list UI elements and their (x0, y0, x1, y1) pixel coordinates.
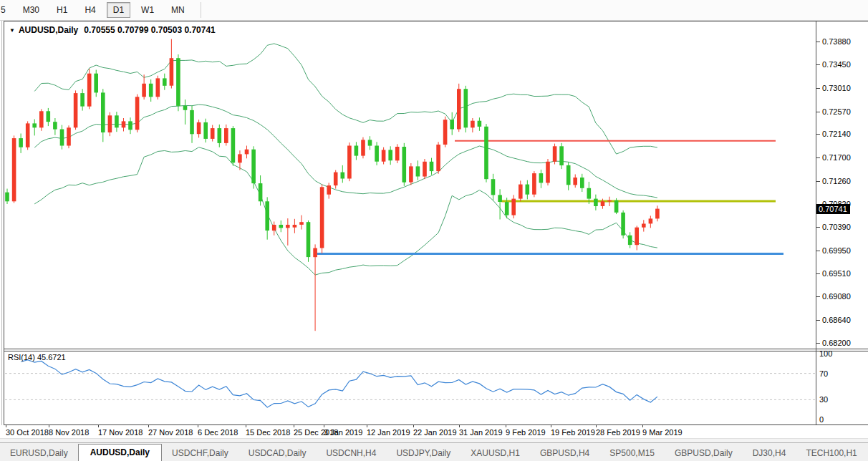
tab-usdchf-daily[interactable]: USDCHF,Daily (162, 445, 238, 461)
tab-tech100-h1[interactable]: TECH100,H1 (796, 445, 867, 461)
candle (197, 120, 201, 137)
price-chart-plot[interactable] (5, 21, 816, 349)
date-tick-label: 15 Dec 2018 (246, 428, 290, 437)
price-tick-label: 0.71260 (822, 177, 851, 185)
candle (559, 143, 564, 169)
candle (546, 159, 550, 185)
chart-dropdown-icon[interactable]: ▼ (9, 27, 15, 34)
current-price-badge: 0.70741 (816, 204, 850, 214)
candle (655, 205, 660, 221)
candle (519, 180, 523, 201)
candle (26, 121, 30, 150)
candle (19, 134, 23, 153)
tab-usdcad-daily[interactable]: USDCAD,Daily (238, 445, 317, 461)
timeframe-button-h1[interactable]: H1 (50, 2, 74, 18)
date-tick-label: 3 Jan 2019 (324, 428, 362, 437)
candle (135, 94, 140, 132)
date-tick-mark (294, 425, 294, 427)
price-tick-label: 0.69510 (822, 269, 851, 278)
candle (388, 146, 392, 165)
date-tick-label: 17 Nov 2018 (98, 428, 143, 437)
timeframe-button-h4[interactable]: H4 (78, 2, 102, 18)
rsi-tick-label: 0 (819, 415, 824, 424)
candle (5, 189, 9, 204)
timeframe-button-mn[interactable]: MN (165, 2, 191, 18)
date-tick-mark (367, 425, 367, 427)
candle (176, 54, 180, 111)
candle (218, 125, 222, 147)
candle (539, 170, 544, 188)
timeframe-button-m30[interactable]: M30 (16, 2, 46, 18)
timeframe-button-5[interactable]: 5 (0, 2, 12, 18)
rsi-tick-label: 30 (819, 395, 828, 404)
candle (341, 165, 345, 183)
candle (265, 197, 269, 239)
tab-audusd-daily[interactable]: AUDUSD,Daily (78, 444, 162, 461)
chart-frame-left (4, 21, 4, 425)
candle (642, 220, 646, 231)
date-tick-label: 6 Dec 2018 (198, 428, 238, 437)
tab-sp500-m15[interactable]: SP500,M15 (599, 445, 665, 461)
tab-gbpusd-h4[interactable]: GBPUSD,H4 (530, 445, 599, 461)
date-tick-mark (246, 425, 246, 427)
date-tick-mark (506, 425, 506, 427)
rsi-tick-label: 100 (819, 349, 832, 358)
tab-xauusd-h1[interactable]: XAUUSD,H1 (460, 445, 530, 461)
candle (272, 222, 276, 236)
candle (320, 185, 324, 253)
candle (299, 215, 304, 230)
candle (553, 144, 557, 165)
date-tick-label: 8 Nov 2018 (49, 428, 89, 437)
toolbar-separator (201, 2, 201, 18)
candle (142, 74, 146, 100)
candle (327, 183, 331, 198)
rsi-chart-plot[interactable] (5, 351, 816, 424)
chart-title: ▼AUDUSD,Daily0.70555 0.70799 0.70503 0.7… (9, 25, 216, 35)
candle (621, 210, 625, 238)
tab-usdjpy-daily[interactable]: USDJPY,Daily (386, 445, 460, 461)
timeframe-button-d1[interactable]: D1 (107, 2, 130, 18)
candle (39, 109, 44, 130)
timeframe-toolbar: 5M30H1H4D1W1MN (0, 0, 868, 20)
tab-dj30-h4[interactable]: DJ30,H4 (743, 445, 796, 461)
date-tick-mark (413, 425, 414, 427)
candle (532, 171, 536, 197)
candle (436, 142, 440, 174)
candle (128, 117, 132, 134)
candle (251, 146, 256, 188)
date-tick-mark (98, 425, 99, 427)
price-tick-mark (816, 88, 820, 89)
bollinger-upper-band (34, 44, 657, 154)
symbol-tab-bar: EURUSD,DailyAUDUSD,DailyUSDCHF,DailyUSDC… (0, 442, 868, 461)
tab-eurusd-daily[interactable]: EURUSD,Daily (0, 445, 78, 461)
candle (395, 144, 400, 163)
timeframe-button-w1[interactable]: W1 (135, 2, 160, 18)
candle (628, 232, 632, 248)
date-tick-mark (596, 425, 597, 427)
date-tick-mark (6, 425, 6, 427)
candle (375, 142, 379, 165)
candle (526, 180, 530, 200)
rsi-tick-label: 70 (819, 369, 828, 378)
candle (47, 108, 51, 126)
candle (368, 136, 372, 150)
date-tick-label: 30 Oct 2018 (6, 428, 49, 437)
price-tick-mark (816, 181, 820, 182)
chart-ohlc-values: 0.70555 0.70799 0.70503 0.70741 (84, 25, 216, 35)
candle (170, 39, 174, 89)
price-tick-label: 0.70390 (822, 223, 851, 231)
date-tick-mark (642, 425, 643, 427)
candle (203, 119, 208, 142)
candle (382, 147, 386, 165)
candle (443, 117, 448, 147)
tab-usdcnh-h4[interactable]: USDCNH,H4 (316, 445, 386, 461)
candle (347, 142, 352, 181)
candle (211, 125, 215, 142)
price-tick-mark (816, 296, 820, 297)
date-tick-label: 22 Jan 2019 (413, 428, 457, 437)
rsi-indicator-label: RSI(14) 45.6721 (8, 353, 66, 361)
candle (423, 159, 427, 179)
candle (573, 175, 577, 188)
candle (259, 175, 263, 205)
tab-gbpusd-daily[interactable]: GBPUSD,Daily (665, 445, 743, 461)
